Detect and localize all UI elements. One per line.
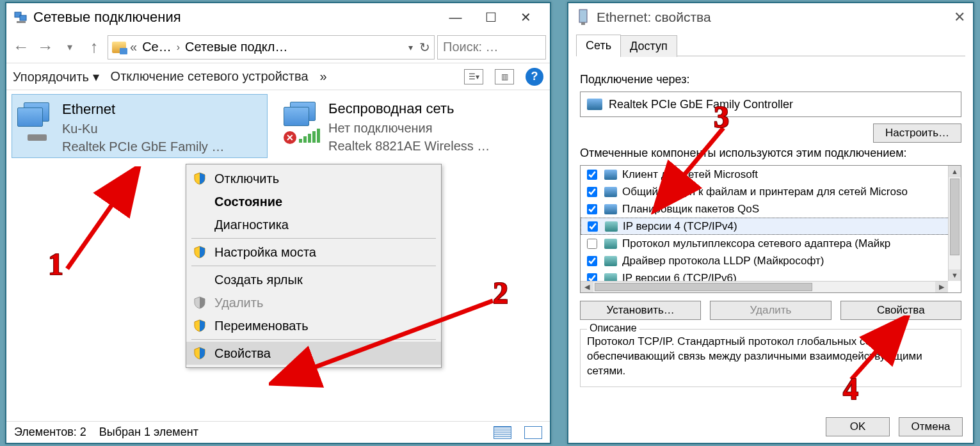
scroll-thumb[interactable] xyxy=(950,179,960,255)
ctx-status[interactable]: Состояние xyxy=(186,190,441,213)
forward-button[interactable]: → xyxy=(35,37,56,57)
scroll-up-icon[interactable]: ▲ xyxy=(949,166,961,177)
tab-network[interactable]: Сеть xyxy=(576,35,621,56)
close-button[interactable]: ✕ xyxy=(508,4,543,30)
components-list[interactable]: Клиент для сетей Microsoft Общий доступ … xyxy=(580,165,961,293)
network-connections-window: Сетевые подключения — ☐ ✕ ← → ▾ ↑ « Се… … xyxy=(5,2,551,444)
svg-rect-4 xyxy=(581,22,585,25)
ctx-disable[interactable]: Отключить xyxy=(186,167,441,190)
titlebar: Ethernet: свойства ✕ xyxy=(568,3,973,31)
component-label: IP версии 4 (TCP/IPv4) xyxy=(623,220,737,233)
component-icon xyxy=(604,239,617,249)
hscroll-thumb[interactable] xyxy=(595,283,812,291)
connection-wireless[interactable]: ✕ Беспроводная сеть Нет подключения Real… xyxy=(278,94,534,158)
item-count: Элементов: 2 xyxy=(14,426,86,439)
scroll-left-icon[interactable]: ◀ xyxy=(581,282,593,292)
context-menu: Отключить Состояние Диагностика Настройк… xyxy=(186,164,442,368)
component-checkbox[interactable] xyxy=(587,187,597,197)
scroll-down-icon[interactable]: ▼ xyxy=(949,269,961,281)
configure-button[interactable]: Настроить… xyxy=(873,123,961,143)
shield-icon xyxy=(193,296,207,310)
ctx-bridge[interactable]: Настройка моста xyxy=(186,241,441,264)
history-dropdown[interactable]: ▾ xyxy=(59,41,81,53)
components-label: Отмеченные компоненты используются этим … xyxy=(580,147,961,160)
tabs: Сеть Доступ xyxy=(576,34,965,56)
component-icon xyxy=(605,221,618,232)
scroll-right-icon[interactable]: ▶ xyxy=(935,282,948,292)
description-label: Описание xyxy=(587,323,639,334)
properties-button[interactable]: Свойства xyxy=(840,301,961,320)
component-item[interactable]: Клиент для сетей Microsoft xyxy=(581,166,961,183)
nic-icon xyxy=(587,99,602,110)
horizontal-scrollbar[interactable]: ◀ ▶ xyxy=(581,281,948,292)
ctx-diagnostics[interactable]: Диагностика xyxy=(186,213,441,236)
component-label: Планировщик пакетов QoS xyxy=(622,203,759,216)
component-checkbox[interactable] xyxy=(587,204,597,214)
ctx-rename[interactable]: Переименовать xyxy=(186,314,441,337)
refresh-icon[interactable]: ↻ xyxy=(419,40,430,55)
help-button[interactable]: ? xyxy=(526,68,543,86)
component-item[interactable]: Протокол мультиплексора сетевого адаптер… xyxy=(581,235,961,252)
disconnected-icon: ✕ xyxy=(284,131,296,144)
description-text: Протокол TCP/IP. Стандартный протокол гл… xyxy=(587,335,954,379)
properties-icon xyxy=(576,8,590,26)
view-mode-1[interactable]: ☰▾ xyxy=(464,69,483,84)
view-details-icon[interactable] xyxy=(494,426,511,439)
view-large-icon[interactable] xyxy=(524,426,542,439)
breadcrumb-dropdown[interactable]: ▾ xyxy=(408,42,413,52)
close-button[interactable]: ✕ xyxy=(954,9,965,26)
tab-access[interactable]: Доступ xyxy=(620,35,677,57)
up-button[interactable]: ↑ xyxy=(83,37,105,57)
remove-button: Удалить xyxy=(710,301,831,320)
ctx-properties[interactable]: Свойства xyxy=(186,342,441,365)
window-title: Ethernet: свойства xyxy=(597,10,711,25)
component-checkbox[interactable] xyxy=(587,239,597,249)
view-mode-2[interactable]: ▥ xyxy=(495,69,514,84)
back-button[interactable]: ← xyxy=(10,37,32,57)
component-checkbox[interactable] xyxy=(588,221,598,232)
window-title: Сетевые подключения xyxy=(33,9,181,26)
component-item[interactable]: Планировщик пакетов QoS xyxy=(581,200,961,218)
titlebar: Сетевые подключения — ☐ ✕ xyxy=(6,3,550,31)
install-button[interactable]: Установить… xyxy=(580,301,701,320)
component-item[interactable]: Общий доступ к файлам и принтерам для се… xyxy=(581,183,961,200)
wireless-icon: ✕ xyxy=(284,99,322,144)
ctx-shortcut[interactable]: Создать ярлык xyxy=(186,268,441,291)
status-bar: Элементов: 2 Выбран 1 элемент xyxy=(6,421,550,443)
ethernet-properties-window: Ethernet: свойства ✕ Сеть Доступ Подключ… xyxy=(567,2,974,444)
component-label: Общий доступ к файлам и принтерам для се… xyxy=(622,186,908,198)
shield-icon xyxy=(193,171,207,186)
cancel-button[interactable]: Отмена xyxy=(899,417,963,436)
folder-icon xyxy=(112,42,126,53)
adapter-box[interactable]: Realtek PCIe GbE Family Controller xyxy=(580,92,961,117)
component-checkbox[interactable] xyxy=(587,170,597,180)
minimize-button[interactable]: — xyxy=(438,4,473,30)
breadcrumb-1[interactable]: Се… xyxy=(142,40,172,54)
component-item[interactable]: IP версии 4 (TCP/IPv4) xyxy=(581,218,961,235)
breadcrumb-2[interactable]: Сетевые подкл… xyxy=(185,40,287,54)
organize-button[interactable]: Упорядочить ▾ xyxy=(13,69,99,84)
component-label: Драйвер протокола LLDP (Майкрософт) xyxy=(622,255,824,267)
ok-button[interactable]: OK xyxy=(826,417,890,436)
network-icon xyxy=(13,10,28,25)
disable-device-button[interactable]: Отключение сетевого устройства xyxy=(111,69,309,84)
maximize-button[interactable]: ☐ xyxy=(473,4,508,30)
shield-icon xyxy=(193,346,207,360)
toolbar: Упорядочить ▾ Отключение сетевого устрой… xyxy=(6,63,550,90)
annotation-number-4: 4 xyxy=(843,371,858,406)
connections-list: Ethernet Ku-Ku Realtek PCIe GbE Family …… xyxy=(6,90,550,413)
ethernet-icon xyxy=(17,100,56,145)
component-checkbox[interactable] xyxy=(587,256,597,266)
address-bar[interactable]: « Се… › Сетевые подкл… ▾ ↻ xyxy=(108,35,435,60)
connection-ethernet[interactable]: Ethernet Ku-Ku Realtek PCIe GbE Family … xyxy=(12,94,268,158)
component-label: Протокол мультиплексора сетевого адаптер… xyxy=(622,237,890,250)
annotation-number-3: 3 xyxy=(714,99,729,134)
component-item[interactable]: Драйвер протокола LLDP (Майкрософт) xyxy=(581,252,961,269)
nav-row: ← → ▾ ↑ « Се… › Сетевые подкл… ▾ ↻ Поиск… xyxy=(6,31,550,63)
component-label: Клиент для сетей Microsoft xyxy=(622,168,758,181)
selection-count: Выбран 1 элемент xyxy=(99,426,198,439)
search-input[interactable]: Поиск: … xyxy=(437,35,546,60)
component-icon xyxy=(604,256,617,266)
more-button[interactable]: » xyxy=(320,69,327,84)
vertical-scrollbar[interactable]: ▲ ▼ xyxy=(948,166,961,281)
